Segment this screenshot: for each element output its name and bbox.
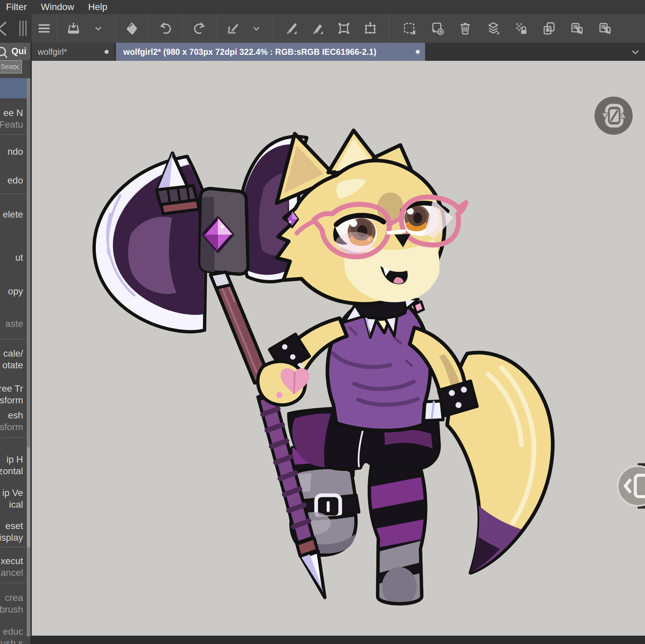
main-menu-button[interactable] [36, 21, 52, 36]
select-area-button[interactable] [402, 21, 417, 36]
bottom-bar [32, 636, 645, 644]
toolbar-group [57, 14, 115, 43]
sidebar-item-line[interactable]: xecut [1, 556, 23, 566]
sidebar-item-line[interactable]: Cancel [0, 567, 23, 578]
panel-title: Qui [11, 46, 26, 56]
merge-layers-button[interactable] [486, 21, 501, 36]
quick-access-header: Qui [0, 43, 32, 60]
sidebar-divider [1, 339, 25, 340]
toolbar-group [389, 14, 625, 43]
search-text: Sear [1, 63, 15, 71]
sidebar-item-line[interactable]: Featu [0, 119, 23, 130]
sidebar-item-line[interactable]: nsform [0, 395, 23, 406]
sidebar-item-line[interactable]: isplay [0, 532, 23, 543]
drawing-canvas[interactable] [32, 61, 645, 636]
tab-label: wolfgirl2* (980 x 703px 72dpi 322.4% : R… [123, 47, 376, 57]
transform-frame-button[interactable] [363, 21, 378, 36]
quick-access-panel: Qui Sear ee NFeatundoedoeleteutopyasteca… [0, 43, 32, 644]
new-layer-button[interactable] [430, 21, 445, 36]
edit-layer-a-button[interactable] [569, 21, 585, 36]
drag-handle-icon[interactable] [19, 21, 27, 36]
toolbar-group [115, 14, 149, 43]
edit-layer-b-button[interactable] [597, 21, 613, 36]
tab-wolfgirl[interactable]: wolfgirl* [32, 43, 114, 61]
search-input[interactable]: Sear [0, 60, 22, 74]
sidebar-item-line[interactable]: eset [5, 521, 23, 531]
sidebar-item-line[interactable]: ee N [3, 108, 23, 118]
panel-collapse-chevron-left-icon[interactable] [0, 14, 32, 43]
sidebar-item-line[interactable]: ree Tr [0, 383, 23, 394]
toolbar-group [149, 14, 182, 43]
export-button[interactable] [66, 21, 81, 36]
sidebar-item-line[interactable]: ut [15, 252, 23, 263]
redo-button[interactable] [192, 21, 207, 36]
toolbar-group [217, 14, 272, 43]
mesh-transform-button[interactable] [336, 21, 352, 36]
tab-label: wolfgirl* [38, 47, 67, 57]
line-correction-tool-button[interactable] [225, 21, 241, 36]
chevron-left-icon [619, 467, 645, 505]
document-tab-bar: wolfgirl* wolfgirl2* (980 x 703px 72dpi … [32, 43, 645, 61]
sidebar-item-line[interactable]: ip Ve [2, 488, 23, 498]
sidebar-item-line[interactable]: cale/ [3, 348, 23, 359]
menu-item-help[interactable]: Help [88, 2, 108, 12]
lock-transparent-pixels-button[interactable] [513, 21, 529, 36]
sidebar-scrollbar-thumb[interactable] [27, 447, 30, 547]
sidebar-item-line[interactable]: elete [3, 209, 23, 220]
sidebar-item-line[interactable]: ical [9, 499, 23, 510]
sidebar-item-line[interactable]: crea [5, 593, 23, 603]
sidebar-item-line[interactable]: opy [8, 286, 23, 297]
sidebar-divider [1, 134, 25, 135]
unsaved-indicator-dot [105, 50, 109, 54]
menu-item-filter[interactable]: Filter [6, 2, 27, 12]
magnifier-icon [0, 43, 7, 60]
rotate-canvas-button[interactable] [595, 97, 633, 135]
brush-tool-button[interactable] [310, 21, 325, 36]
sidebar-item-line[interactable]: brush [0, 604, 23, 615]
menu-bar: Filter Window Help [0, 0, 645, 14]
clip-studio-paint-window: Filter Window Help [0, 0, 645, 644]
delete-layer-trash-button[interactable] [458, 21, 473, 36]
sidebar-item-line[interactable]: aste [5, 318, 23, 329]
export-chevron-down-icon[interactable] [91, 21, 106, 36]
sidebar-item-line[interactable]: brush s [0, 638, 23, 644]
sidebar-divider [1, 583, 25, 583]
sidebar-item-line[interactable]: ip H [6, 454, 23, 465]
tab-list-chevron-down-icon[interactable] [630, 47, 640, 57]
toolbar-group [272, 14, 389, 43]
sidebar-divider [1, 194, 25, 194]
line-correction-chevron-down-icon[interactable] [249, 21, 264, 36]
fill-gradient-tool-button[interactable] [124, 21, 140, 36]
rotate-canvas-icon [595, 97, 633, 135]
sidebar-item-line[interactable]: izontal [0, 466, 23, 477]
pen-tool-button[interactable] [283, 21, 299, 36]
sidebar-item-line[interactable]: educ [3, 626, 23, 637]
transfer-to-layer-button[interactable] [541, 21, 557, 36]
sidebar-item-line[interactable]: ansform [0, 422, 23, 432]
toolbar-group [182, 14, 217, 43]
undo-button[interactable] [158, 21, 173, 36]
sidebar-item-line[interactable]: edo [7, 175, 23, 186]
sidebar-item-line[interactable]: ndo [7, 146, 23, 157]
toolbar [32, 14, 645, 43]
sidebar-scrollbar-track[interactable] [27, 78, 30, 636]
close-icon[interactable] [13, 64, 20, 71]
unsaved-indicator-dot [416, 50, 420, 54]
expand-panel-button[interactable] [617, 465, 645, 507]
toolbar-group [32, 14, 57, 43]
sidebar-divider [1, 547, 25, 547]
sidebar-divider [1, 437, 25, 438]
sidebar-item-line[interactable]: esh [8, 410, 23, 421]
tab-wolfgirl2-active[interactable]: wolfgirl2* (980 x 703px 72dpi 322.4% : R… [116, 43, 425, 61]
pixel-art-wolfgirl-artwork [32, 61, 645, 636]
selected-row-highlight[interactable] [0, 78, 27, 98]
sidebar-item-line[interactable]: otate [2, 360, 23, 371]
menu-item-window[interactable]: Window [41, 2, 74, 12]
panel-corner-block [0, 14, 32, 43]
